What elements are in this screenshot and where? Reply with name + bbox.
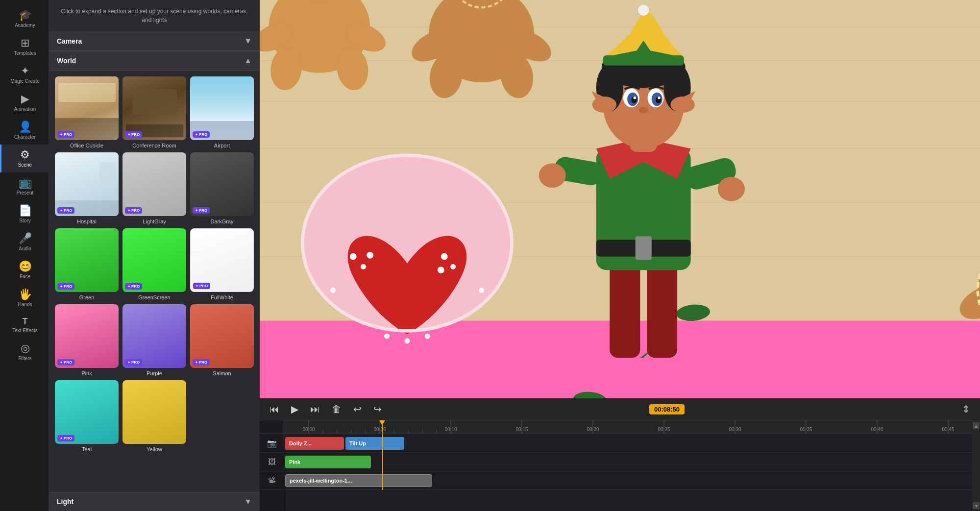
pro-badge-office: PRO (57, 131, 74, 138)
sidebar-item-label: Face (20, 274, 30, 279)
world-name-hospital: Hospital (77, 219, 97, 224)
world-name-conference: Conference Room (132, 143, 176, 148)
sidebar-item-text[interactable]: T Text Effects (0, 312, 49, 338)
world-track-content[interactable]: Pink (284, 453, 972, 471)
camera-label: Camera (57, 37, 82, 45)
light-label: Light (57, 498, 74, 506)
sidebar-item-hands[interactable]: 🖐 Hands (0, 284, 49, 312)
world-name-fullwhite: FullWhite (211, 294, 233, 300)
video-clip[interactable]: pexels-jill-wellington-1... (285, 474, 432, 487)
sidebar-item-present[interactable]: 📺 Present (0, 172, 49, 200)
scroll-down-btn[interactable]: ▾ (973, 502, 980, 509)
world-section-header[interactable]: World ▲ (49, 51, 260, 71)
sidebar-item-face[interactable]: 😊 Face (0, 256, 49, 284)
sidebar-item-label: Academy (15, 23, 35, 28)
sidebar-item-scene[interactable]: ⚙ Scene (0, 145, 49, 172)
world-name-salmon: Salmon (213, 370, 231, 376)
world-item-office[interactable]: PRO Office Cubicle (55, 76, 119, 148)
delete-button[interactable]: 🗑 (330, 402, 343, 417)
svg-text:00:45: 00:45 (942, 427, 954, 432)
svg-point-66 (450, 264, 456, 269)
svg-point-65 (441, 253, 448, 260)
svg-point-104 (658, 97, 661, 99)
world-item-purple[interactable]: PRO Purple (122, 304, 186, 376)
world-item-greenscreen[interactable]: PRO GreenScreen (122, 228, 186, 300)
skip-back-button[interactable]: ⏮ (268, 402, 281, 417)
templates-icon: ⊞ (21, 38, 29, 49)
sidebar-item-label: Templates (14, 50, 36, 56)
svg-rect-78 (610, 257, 640, 358)
world-item-conference[interactable]: PRO Conference Room (122, 76, 186, 148)
world-item-hospital[interactable]: PRO Hospital (55, 152, 119, 224)
camera-track-content[interactable]: Dolly Z... Tilt Up (284, 434, 972, 452)
world-thumb-darkgray: PRO (190, 152, 254, 216)
timeline-ruler: 00:00 00:05 00:10 00:15 00:20 00:25 00:3… (284, 420, 972, 434)
world-item-salmon[interactable]: PRO Salmon (190, 304, 254, 376)
svg-point-108 (638, 5, 649, 16)
scene-icon: ⚙ (20, 149, 30, 160)
world-item-teal[interactable]: PRO Teal (55, 380, 119, 452)
sidebar-item-audio[interactable]: 🎤 Audio (0, 228, 49, 256)
world-name-pink: Pink (81, 370, 92, 376)
sidebar-item-character[interactable]: 👤 Character (0, 117, 49, 145)
skip-forward-button[interactable]: ⏭ (308, 402, 322, 417)
timeline-body: 📷 🖼 📽 00:00 00:05 00:10 (260, 420, 980, 511)
svg-rect-82 (636, 236, 652, 260)
world-item-green[interactable]: PRO Green (55, 228, 119, 300)
world-item-yellow[interactable]: Yellow (122, 380, 186, 452)
svg-text:00:25: 00:25 (658, 427, 670, 432)
timeline-scroll-area[interactable]: 00:00 00:05 00:10 00:15 00:20 00:25 00:3… (284, 420, 972, 511)
character-icon: 👤 (19, 122, 32, 132)
world-item-pink[interactable]: PRO Pink (55, 304, 119, 376)
world-item-airport[interactable]: PRO Airport (190, 76, 254, 148)
world-thumb-salmon: PRO (190, 304, 254, 368)
redo-button[interactable]: ↪ (371, 401, 384, 417)
video-track-content[interactable]: pexels-jill-wellington-1... (284, 471, 972, 489)
world-item-fullwhite[interactable]: PRO FullWhite (190, 228, 254, 300)
camera-track-icon: 📷 (260, 434, 284, 453)
play-button[interactable]: ▶ (289, 401, 300, 417)
dolly-clip[interactable]: Dolly Z... (285, 437, 344, 450)
world-name-darkgray: DarkGray (210, 219, 233, 224)
world-name-teal: Teal (82, 446, 92, 452)
sidebar-item-label: Present (17, 190, 33, 195)
sidebar-item-filters[interactable]: ◎ Filters (0, 338, 49, 366)
svg-point-72 (479, 288, 484, 293)
pro-badge-conference: PRO (125, 131, 142, 138)
svg-point-63 (361, 264, 366, 269)
world-track-icon: 🖼 (260, 453, 284, 471)
video-track-row: pexels-jill-wellington-1... (284, 471, 972, 490)
present-icon: 📺 (19, 177, 32, 188)
sidebar-item-animation[interactable]: ▶ Animation (0, 89, 49, 117)
sidebar-item-magic[interactable]: ✦ Magic Create (0, 61, 49, 89)
light-section-header[interactable]: Light ▼ (49, 492, 260, 511)
pink-world-clip[interactable]: Pink (285, 456, 371, 468)
sidebar-item-templates[interactable]: ⊞ Templates (0, 33, 49, 61)
pro-badge-green: PRO (57, 283, 74, 290)
panel-hint: Click to expand a section and set up you… (49, 0, 260, 32)
expand-button[interactable]: ⇕ (960, 401, 972, 417)
scene-panel: Click to expand a section and set up you… (49, 0, 260, 511)
story-icon: 📄 (19, 205, 32, 216)
sidebar-item-story[interactable]: 📄 Story (0, 200, 49, 228)
camera-section-header[interactable]: Camera ▼ (49, 32, 260, 51)
world-thumb-green: PRO (55, 228, 119, 292)
audio-icon: 🎤 (19, 233, 32, 244)
ruler-svg: 00:00 00:05 00:10 00:15 00:20 00:25 00:3… (284, 420, 972, 434)
world-label: World (57, 57, 76, 65)
sidebar-item-label: Character (14, 134, 36, 140)
svg-text:00:20: 00:20 (587, 427, 599, 432)
track-labels: 📷 🖼 📽 (260, 420, 284, 511)
video-track-icon: 📽 (260, 471, 284, 490)
world-item-darkgray[interactable]: PRO DarkGray (190, 152, 254, 224)
world-item-lightgray[interactable]: PRO LightGray (122, 152, 186, 224)
sidebar-item-academy[interactable]: 🎓 Academy (0, 5, 49, 33)
scroll-up-btn[interactable]: ▲ (973, 422, 980, 429)
tilt-up-clip[interactable]: Tilt Up (345, 437, 404, 450)
undo-button[interactable]: ↩ (351, 401, 364, 417)
pro-badge-salmon: PRO (193, 359, 210, 365)
timeline-scrollbar[interactable]: ▲ ▾ (972, 420, 980, 511)
preview-svg (260, 0, 980, 398)
pro-badge-lightgray: PRO (125, 207, 142, 214)
svg-text:00:40: 00:40 (871, 427, 883, 432)
